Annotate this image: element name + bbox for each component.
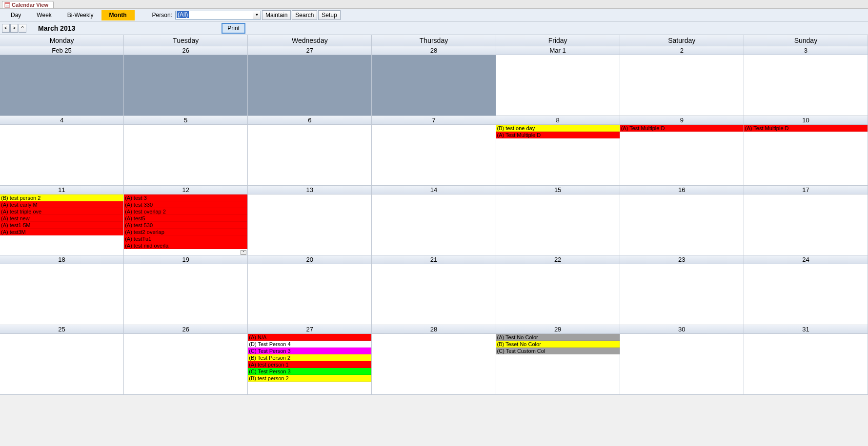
date-header[interactable]: 22 <box>496 255 620 264</box>
calendar-event[interactable]: (B) test one day <box>496 125 620 132</box>
more-events-handle[interactable]: ˄ <box>241 250 246 255</box>
day-cell[interactable]: (A) test 3(A) test 330(A) test overlap 2… <box>124 194 248 255</box>
calendar-event[interactable]: (C) Test Person 3 <box>248 368 371 375</box>
view-month-button[interactable]: Month <box>101 10 135 20</box>
date-header[interactable]: 28 <box>372 46 496 55</box>
calendar-event[interactable]: (A) test mid overla <box>124 242 247 249</box>
date-header[interactable]: 6 <box>248 116 372 125</box>
day-cell[interactable] <box>0 55 124 116</box>
calendar-event[interactable]: (A) test2 overlap <box>124 229 247 235</box>
person-input[interactable]: (All) <box>175 11 253 19</box>
day-cell[interactable] <box>496 55 620 116</box>
day-cell[interactable]: (A) N/A(D) Test Person 4(C) Test Person … <box>248 334 372 394</box>
date-header[interactable]: 17 <box>744 186 868 194</box>
day-cell[interactable] <box>124 55 248 116</box>
date-header[interactable]: 26 <box>124 325 248 334</box>
date-header[interactable]: Mar 1 <box>496 46 620 55</box>
calendar-event[interactable]: (A) Test Multiple D <box>496 132 620 138</box>
date-header[interactable]: 12 <box>124 186 248 194</box>
date-header[interactable]: 8 <box>496 116 620 125</box>
date-header[interactable]: Feb 25 <box>0 46 124 55</box>
calendar-event[interactable]: (A) test3M <box>0 229 123 235</box>
day-cell[interactable]: (B) test person 2(A) test early M(A) tes… <box>0 194 124 255</box>
date-header[interactable]: 14 <box>372 186 496 194</box>
date-header[interactable]: 13 <box>248 186 372 194</box>
day-cell[interactable] <box>248 55 372 116</box>
calendar-event[interactable]: (A) test 330 <box>124 201 247 208</box>
date-header[interactable]: 25 <box>0 325 124 334</box>
day-cell[interactable] <box>248 125 372 185</box>
day-cell[interactable] <box>496 264 620 325</box>
calendar-event[interactable]: (A) test triple ove <box>0 208 123 215</box>
day-cell[interactable] <box>248 264 372 325</box>
calendar-event[interactable]: (A) test early M <box>0 201 123 208</box>
person-dropdown-button[interactable]: ▼ <box>253 11 261 19</box>
day-cell[interactable]: (B) test one day(A) Test Multiple D <box>496 125 620 185</box>
day-cell[interactable] <box>0 125 124 185</box>
date-header[interactable]: 7 <box>372 116 496 125</box>
tab-calendar-view[interactable]: Calendar View <box>2 1 54 8</box>
nav-up-button[interactable]: ^ <box>19 24 26 33</box>
date-header[interactable]: 19 <box>124 255 248 264</box>
day-cell[interactable] <box>0 334 124 394</box>
date-header[interactable]: 10 <box>744 116 868 125</box>
nav-next-button[interactable]: > <box>10 24 18 33</box>
calendar-event[interactable]: (A) test1-5M <box>0 222 123 229</box>
calendar-event[interactable]: (B) Teset No Color <box>496 341 620 348</box>
maintain-button[interactable]: Maintain <box>262 10 291 20</box>
calendar-event[interactable]: (A) test5 <box>124 215 247 222</box>
day-cell[interactable] <box>744 55 868 116</box>
day-cell[interactable] <box>744 264 868 325</box>
day-cell[interactable] <box>0 264 124 325</box>
day-cell[interactable] <box>620 334 744 394</box>
calendar-event[interactable]: (A) Test No Color <box>496 334 620 341</box>
print-button[interactable]: Print <box>222 23 245 34</box>
date-header[interactable]: 16 <box>620 186 744 194</box>
day-cell[interactable] <box>496 194 620 255</box>
day-cell[interactable] <box>620 55 744 116</box>
calendar-event[interactable]: (A) Test Multiple D <box>744 125 868 132</box>
date-header[interactable]: 24 <box>744 255 868 264</box>
date-header[interactable]: 21 <box>372 255 496 264</box>
date-header[interactable]: 9 <box>620 116 744 125</box>
date-header[interactable]: 3 <box>744 46 868 55</box>
date-header[interactable]: 23 <box>620 255 744 264</box>
calendar-event[interactable]: (B) test person 2 <box>248 375 371 382</box>
date-header[interactable]: 26 <box>124 46 248 55</box>
date-header[interactable]: 30 <box>620 325 744 334</box>
day-cell[interactable] <box>124 125 248 185</box>
day-cell[interactable]: (A) Test No Color(B) Teset No Color(C) T… <box>496 334 620 394</box>
calendar-event[interactable]: (C) Test Custom Col <box>496 348 620 354</box>
view-day-button[interactable]: Day <box>3 10 29 20</box>
calendar-event[interactable]: (A) Test Multiple D <box>620 125 744 132</box>
date-header[interactable]: 27 <box>248 325 372 334</box>
calendar-event[interactable]: (D) Test Person 4 <box>248 341 371 348</box>
search-button[interactable]: Search <box>292 10 317 20</box>
day-cell[interactable] <box>372 264 496 325</box>
view-week-button[interactable]: Week <box>29 10 59 20</box>
calendar-event[interactable]: (B) test person 2 <box>0 194 123 201</box>
date-header[interactable]: 20 <box>248 255 372 264</box>
day-cell[interactable] <box>372 334 496 394</box>
day-cell[interactable] <box>372 125 496 185</box>
date-header[interactable]: 2 <box>620 46 744 55</box>
date-header[interactable]: 5 <box>124 116 248 125</box>
day-cell[interactable] <box>124 334 248 394</box>
day-cell[interactable] <box>124 264 248 325</box>
date-header[interactable]: 11 <box>0 186 124 194</box>
day-cell[interactable] <box>744 334 868 394</box>
date-header[interactable]: 28 <box>372 325 496 334</box>
date-header[interactable]: 18 <box>0 255 124 264</box>
calendar-event[interactable]: (A) testTu1 <box>124 235 247 242</box>
calendar-event[interactable]: (A) test 530 <box>124 222 247 229</box>
day-cell[interactable] <box>620 264 744 325</box>
day-cell[interactable] <box>372 55 496 116</box>
nav-prev-button[interactable]: < <box>2 24 10 33</box>
date-header[interactable]: 4 <box>0 116 124 125</box>
day-cell[interactable] <box>744 194 868 255</box>
date-header[interactable]: 27 <box>248 46 372 55</box>
day-cell[interactable] <box>248 194 372 255</box>
date-header[interactable]: 29 <box>496 325 620 334</box>
date-header[interactable]: 15 <box>496 186 620 194</box>
day-cell[interactable]: (A) Test Multiple D <box>744 125 868 185</box>
